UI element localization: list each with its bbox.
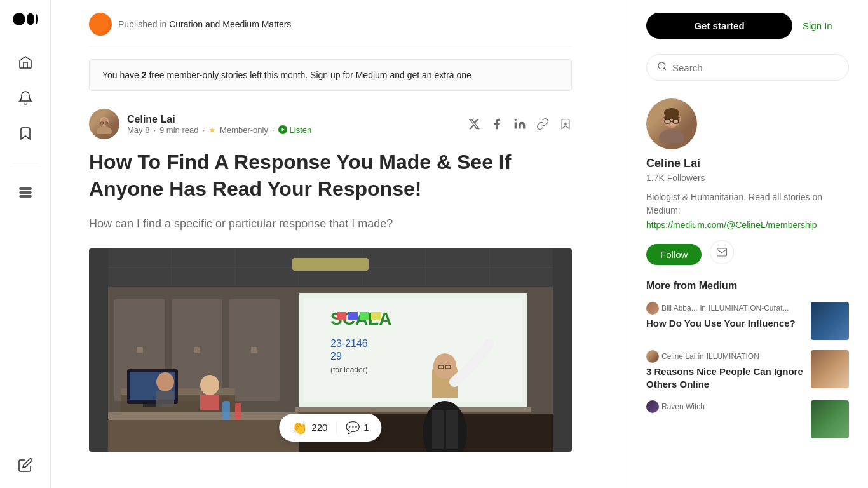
svg-rect-40 [295, 407, 531, 412]
medium-item-info: Celine Lai in ILLUMINATION 3 Reasons Nic… [646, 350, 803, 390]
sidebar-item-notifications[interactable] [17, 89, 34, 107]
svg-point-71 [658, 62, 665, 69]
follow-button[interactable]: Follow [646, 244, 702, 265]
svg-point-1 [27, 13, 34, 25]
item-meta: Raven Witch [646, 400, 803, 413]
sidebar-author-avatar [646, 98, 697, 149]
item-title[interactable]: 3 Reasons Nice People Can Ignore Others … [646, 365, 803, 390]
list-item: Bill Abba... in ILLUMINATION-Curat... Ho… [646, 302, 849, 340]
comment-count: 1 [363, 422, 369, 433]
svg-rect-38 [360, 312, 369, 320]
membership-banner: You have 2 free member-only stories left… [89, 59, 572, 91]
city-thumbnail [811, 350, 849, 388]
comment-section: 💬 1 [346, 421, 369, 435]
published-text: Published in Curation and Meedium Matter… [118, 19, 291, 29]
svg-point-57 [433, 353, 456, 379]
item-author-avatar [646, 350, 659, 363]
item-author: Celine Lai [661, 352, 695, 361]
get-started-button[interactable]: Get started [646, 13, 792, 39]
svg-point-80 [659, 129, 684, 143]
svg-text:29: 29 [330, 351, 342, 362]
listen-button[interactable]: Listen [278, 125, 312, 135]
item-thumbnail [811, 350, 849, 388]
copy-link-button[interactable] [536, 118, 549, 130]
svg-text:23-2146: 23-2146 [330, 338, 368, 349]
clap-icon[interactable]: 👏 [292, 420, 308, 435]
publication-avatar [89, 13, 112, 36]
svg-rect-64 [200, 395, 219, 410]
article-subtitle: How can I find a specific or particular … [89, 215, 572, 233]
comment-icon[interactable]: 💬 [346, 421, 360, 435]
more-from-medium-title: More from Medium [646, 280, 849, 292]
sidebar-item-home[interactable] [17, 53, 34, 71]
sidebar-item-lists[interactable] [17, 184, 34, 201]
svg-point-2 [36, 14, 38, 24]
facebook-share-button[interactable] [491, 118, 503, 130]
item-author-avatar [646, 302, 659, 315]
svg-rect-5 [20, 196, 31, 197]
clap-count: 220 [311, 422, 327, 433]
list-item: Raven Witch [646, 400, 849, 438]
search-input[interactable] [672, 62, 838, 73]
signup-link[interactable]: Sign up for Medium and get an extra one [310, 70, 471, 80]
member-badge: ★ [208, 125, 216, 135]
list-item: Celine Lai in ILLUMINATION 3 Reasons Nic… [646, 350, 849, 390]
svg-point-65 [156, 372, 174, 391]
item-meta: Bill Abba... in ILLUMINATION-Curat... [646, 302, 803, 315]
article-image: SCALA 23-2146 29 (for leader) [89, 248, 572, 452]
item-author-avatar [646, 400, 659, 413]
sidebar-divider [13, 163, 38, 163]
linkedin-share-button[interactable] [513, 118, 526, 130]
svg-point-14 [515, 119, 517, 121]
svg-rect-70 [235, 403, 241, 420]
svg-text:(for leader): (for leader) [330, 365, 368, 374]
published-bar: Published in Curation and Meedium Matter… [89, 13, 572, 46]
item-publication: ILLUMINATION-Curat... [709, 304, 789, 313]
author-name[interactable]: Celine Lai [127, 114, 311, 125]
author-avatar[interactable] [89, 109, 119, 139]
medium-item-info: Bill Abba... in ILLUMINATION-Curat... Ho… [646, 302, 803, 330]
sidebar-profile-link[interactable]: https://medium.com/@CelineL/membership [646, 220, 849, 230]
author-info: Celine Lai May 8 · 9 min read · ★ Member… [89, 109, 311, 139]
author-details: Celine Lai May 8 · 9 min read · ★ Member… [127, 114, 311, 135]
right-sidebar: Get started Sign In Celine Lai 1.7K [627, 0, 868, 488]
svg-rect-67 [108, 412, 299, 420]
svg-rect-37 [348, 312, 358, 320]
item-meta: Celine Lai in ILLUMINATION [646, 350, 803, 363]
svg-line-72 [664, 68, 666, 70]
medium-item-info: Raven Witch [646, 400, 803, 416]
svg-point-7 [97, 126, 112, 134]
sign-in-link[interactable]: Sign In [803, 20, 832, 31]
reaction-bar: 👏 220 💬 1 [279, 414, 381, 442]
forest-thumbnail [811, 400, 849, 438]
svg-point-76 [663, 116, 680, 119]
svg-rect-45 [137, 347, 143, 353]
svg-rect-47 [251, 347, 257, 353]
item-thumbnail [811, 400, 849, 438]
write-button[interactable] [18, 458, 33, 475]
svg-rect-69 [222, 401, 230, 420]
item-thumbnail [811, 302, 849, 340]
sidebar-item-bookmarks[interactable] [17, 125, 34, 142]
svg-rect-3 [20, 188, 31, 189]
follow-actions: Follow [646, 240, 849, 265]
story-count: 2 [142, 70, 147, 80]
item-title[interactable]: How Do You Use Your Influence? [646, 317, 803, 330]
publication-link[interactable]: Curation and Meedium Matters [169, 19, 291, 29]
svg-rect-46 [194, 347, 200, 353]
svg-point-63 [200, 375, 219, 395]
crowd-thumbnail [811, 302, 849, 340]
author-row: Celine Lai May 8 · 9 min read · ★ Member… [89, 109, 572, 139]
bookmark-add-button[interactable] [559, 118, 572, 130]
subscribe-button[interactable] [710, 240, 734, 264]
svg-rect-28 [292, 258, 369, 271]
svg-rect-36 [337, 312, 346, 320]
svg-rect-66 [156, 391, 174, 407]
author-meta: May 8 · 9 min read · ★ Member-only · Lis… [127, 125, 311, 135]
clap-section: 👏 220 [292, 420, 327, 435]
twitter-share-button[interactable] [468, 118, 480, 130]
item-author: Bill Abba... [661, 304, 698, 313]
sidebar-followers: 1.7K Followers [646, 173, 849, 183]
svg-rect-4 [20, 192, 31, 193]
medium-logo[interactable] [13, 13, 38, 28]
